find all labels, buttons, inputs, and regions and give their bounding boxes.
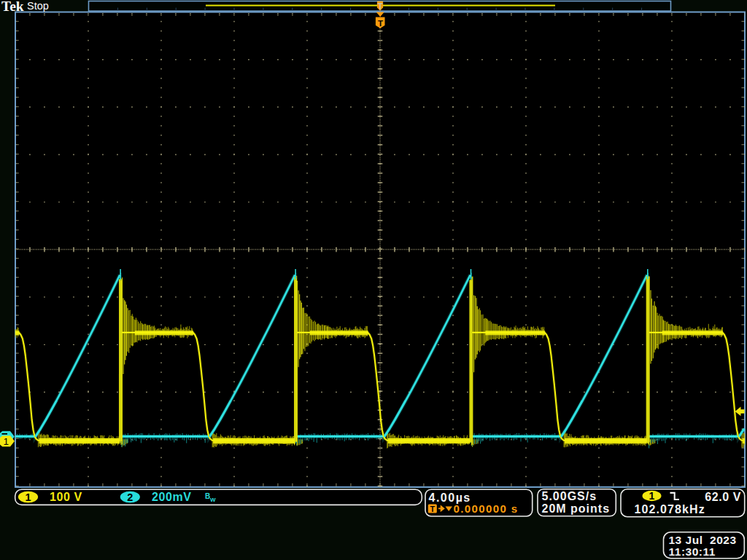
svg-text:Stop: Stop	[27, 0, 49, 12]
svg-text:2: 2	[127, 491, 133, 503]
svg-text:0.000000 s: 0.000000 s	[454, 502, 519, 515]
svg-text:T: T	[430, 505, 435, 513]
svg-text:62.0 V: 62.0 V	[705, 491, 741, 503]
svg-text:W: W	[210, 497, 216, 503]
svg-text:11:30:11: 11:30:11	[669, 545, 716, 558]
svg-text:T: T	[378, 19, 383, 28]
svg-text:1: 1	[649, 490, 655, 502]
svg-text:4.00µs: 4.00µs	[429, 491, 471, 504]
svg-text:200mV: 200mV	[152, 491, 192, 503]
svg-text:5.00GS/s: 5.00GS/s	[542, 490, 597, 502]
svg-text:100 V: 100 V	[50, 491, 82, 503]
svg-text:1: 1	[25, 491, 31, 503]
svg-text:20M points: 20M points	[542, 502, 611, 515]
svg-text:1: 1	[3, 436, 9, 447]
svg-text:102.078kHz: 102.078kHz	[635, 503, 705, 516]
svg-text:T: T	[378, 1, 384, 12]
svg-text:13 Jul 2023: 13 Jul 2023	[669, 534, 737, 546]
svg-text:Tek: Tek	[1, 0, 24, 14]
